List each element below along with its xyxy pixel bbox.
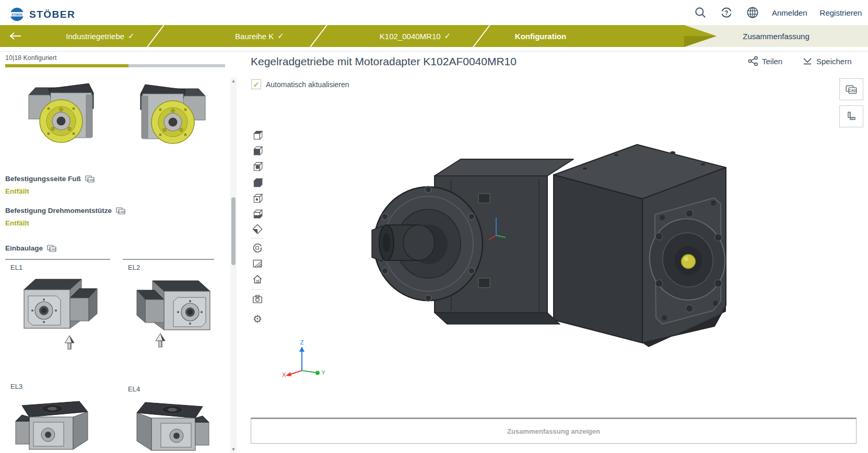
scroll-down-icon[interactable]: ▼	[230, 446, 237, 453]
axis-z-label: Z	[300, 339, 304, 345]
view-isometric-icon[interactable]	[252, 223, 263, 235]
view-back-icon[interactable]	[252, 160, 263, 172]
gearbox-3d-model[interactable]	[324, 107, 742, 368]
measure-ruler-icon	[846, 111, 857, 122]
mounting-direction-arrow-icon	[64, 335, 75, 350]
progress-fill	[5, 64, 128, 67]
save-icon	[802, 56, 813, 66]
stoeber-configurator: CAD	[0, 0, 868, 453]
sidebar-scrollbar-track[interactable]	[230, 77, 237, 453]
cad-download-icon[interactable]	[47, 245, 56, 252]
page-title: Kegelradgetriebe mit Motoradapter K102AF…	[251, 55, 517, 68]
sidebar-scrollbar-thumb[interactable]	[231, 197, 236, 265]
einbaulage-option-el3[interactable]	[15, 394, 93, 453]
step-konfiguration[interactable]: Konfiguration	[515, 25, 566, 47]
step-zusammenfassung[interactable]: Zusammenfassung	[743, 25, 810, 47]
option-thumbnail-left[interactable]	[18, 77, 94, 147]
step-check-icon: ✓	[277, 31, 284, 41]
step-k102-0040mr10[interactable]: K102_0040MR10 ✓	[380, 25, 451, 47]
einbaulage-option-el2-label: EL2	[128, 264, 140, 271]
view-top-icon[interactable]	[252, 129, 263, 140]
section-befestigungsseite-fuss: Befestigungsseite Fuß	[5, 175, 95, 183]
rotate-view-icon[interactable]	[252, 242, 263, 254]
section-einbaulage: Einbaulage	[5, 244, 56, 252]
step-check-icon: ✓	[128, 31, 135, 41]
toolbar-divider	[251, 238, 264, 239]
auto-update-checkbox[interactable]: ✓	[251, 79, 261, 89]
option-column-rule	[123, 259, 214, 260]
view-left-icon[interactable]	[252, 145, 263, 156]
stoeber-logo[interactable]: STÖBER STÖBER	[9, 7, 75, 22]
measure-button[interactable]	[839, 105, 863, 127]
logo-micro-text: STÖBER	[11, 13, 22, 16]
cad-download-icon[interactable]	[116, 207, 125, 214]
view-bottom-icon[interactable]	[252, 208, 263, 219]
stoeber-logo-icon: STÖBER	[9, 7, 25, 22]
einbaulage-option-el2[interactable]	[136, 277, 214, 334]
scroll-up-icon[interactable]: ▲	[230, 77, 237, 85]
einbaulage-option-el4[interactable]	[132, 395, 210, 453]
progress-label: 10|18 Konfiguriert	[5, 54, 56, 62]
cad-download-icon	[846, 85, 857, 94]
share-icon	[748, 56, 758, 66]
share-button[interactable]: Teilen	[748, 56, 782, 66]
view-solid-icon[interactable]	[252, 176, 263, 188]
back-button[interactable]	[5, 25, 26, 47]
screenshot-camera-icon[interactable]	[252, 293, 263, 305]
login-link[interactable]: Anmelden	[772, 8, 807, 17]
language-globe-icon[interactable]	[746, 6, 759, 19]
home-view-icon[interactable]	[252, 273, 263, 285]
cad-export-button[interactable]	[839, 78, 863, 100]
brand-wordmark: STÖBER	[29, 9, 75, 20]
axis-y-label: Y	[321, 369, 325, 376]
configurator-stepper: Industriegetriebe ✓ Baureihe K ✓ K102_00…	[0, 25, 868, 47]
register-link[interactable]: Registrieren	[820, 8, 862, 17]
option-column-rule	[5, 259, 110, 260]
section-value: Entfällt	[5, 219, 29, 227]
save-button[interactable]: Speichern	[802, 56, 852, 66]
header-divider	[0, 51, 868, 52]
progress-bar	[5, 64, 225, 67]
step-industriegetriebe[interactable]: Industriegetriebe ✓	[66, 25, 134, 47]
einbaulage-option-el3-label: EL3	[10, 383, 22, 390]
cad-download-icon[interactable]	[85, 175, 95, 183]
mounting-direction-arrow-icon	[155, 333, 166, 348]
einbaulage-option-el1[interactable]	[20, 275, 98, 332]
top-header: STÖBER STÖBER ? Anmelden Registrie	[0, 0, 868, 25]
section-befestigung-drehmomentstuetze: Befestigung Drehmomentstütze	[5, 207, 125, 214]
einbaulage-option-el1-label: EL1	[10, 264, 22, 271]
viewer-settings-icon[interactable]: ⚙	[252, 313, 263, 325]
einbaulage-option-el4-label: EL4	[128, 385, 140, 393]
option-thumbnail-right[interactable]	[140, 78, 216, 148]
step-check-icon: ✓	[444, 31, 451, 41]
viewer-axis-triad: Z X Y	[282, 339, 326, 379]
view-front-icon[interactable]	[252, 192, 263, 204]
section-value: Entfällt	[5, 187, 29, 195]
svg-text:?: ?	[724, 9, 728, 17]
axis-x-label: X	[282, 372, 286, 378]
toolbar-divider	[251, 289, 264, 290]
step-baureihe-k[interactable]: Baureihe K ✓	[235, 25, 284, 47]
help-icon[interactable]: ?	[720, 6, 733, 19]
show-summary-button[interactable]: Zusammenfassung anzeigen	[251, 418, 857, 444]
section-plane-icon[interactable]	[252, 258, 263, 269]
auto-update-label: Automatisch aktualisieren	[266, 80, 349, 89]
auto-update-toggle[interactable]: ✓ Automatisch aktualisieren	[251, 79, 349, 89]
search-icon[interactable]	[694, 6, 707, 19]
back-arrow-icon	[9, 32, 22, 40]
